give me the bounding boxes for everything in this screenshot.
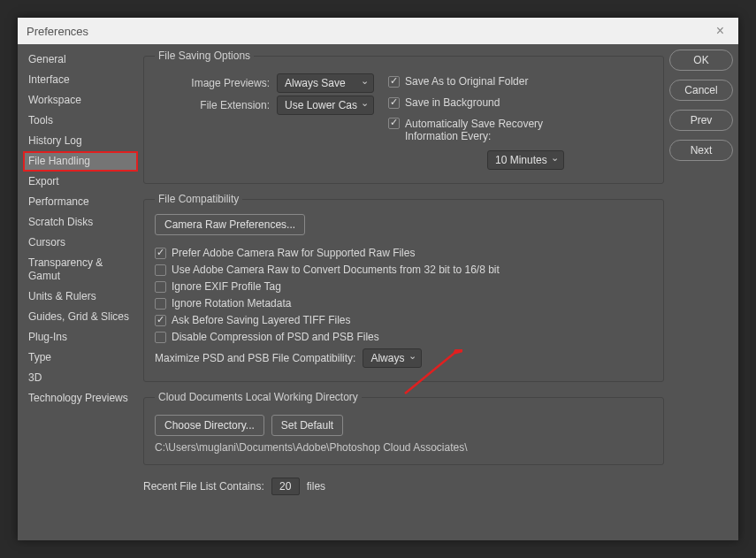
sidebar-item-general[interactable]: General bbox=[23, 50, 138, 70]
dialog-title: Preferences bbox=[27, 25, 88, 38]
recover-interval-select[interactable]: 10 Minutes bbox=[487, 150, 564, 170]
sidebar-item-type[interactable]: Type bbox=[23, 348, 138, 368]
save-bg-label: Save in Background bbox=[405, 96, 500, 109]
sidebar-item-history-log[interactable]: History Log bbox=[23, 131, 138, 151]
auto-recover-checkbox[interactable] bbox=[388, 118, 400, 129]
choose-directory-button[interactable]: Choose Directory... bbox=[155, 415, 264, 436]
dialog-body: GeneralInterfaceWorkspaceToolsHistory Lo… bbox=[18, 44, 738, 540]
cancel-button[interactable]: Cancel bbox=[669, 80, 733, 101]
next-button[interactable]: Next bbox=[669, 140, 733, 161]
auto-recover-label: Automatically Save Recovery Information … bbox=[405, 118, 564, 142]
recent-unit: files bbox=[307, 480, 325, 493]
ignore-rotation-label: Ignore Rotation Metadata bbox=[172, 297, 291, 310]
max-compat-label: Maximize PSD and PSB File Compatibility: bbox=[155, 352, 355, 364]
sidebar-item-workspace[interactable]: Workspace bbox=[23, 90, 138, 111]
use-acr-convert-label: Use Adobe Camera Raw to Convert Document… bbox=[172, 264, 500, 276]
sidebar-item-export[interactable]: Export bbox=[23, 172, 138, 192]
set-default-button[interactable]: Set Default bbox=[271, 415, 343, 436]
sidebar-item-interface[interactable]: Interface bbox=[23, 70, 138, 90]
disable-compression-checkbox[interactable] bbox=[155, 332, 166, 343]
file-saving-legend: File Saving Options bbox=[155, 50, 254, 62]
sidebar-item-cursors[interactable]: Cursors bbox=[23, 233, 138, 253]
recent-count-input[interactable] bbox=[271, 478, 300, 495]
file-saving-group: File Saving Options Image Previews: Alwa… bbox=[143, 50, 664, 184]
preferences-dialog: Preferences × GeneralInterfaceWorkspaceT… bbox=[18, 18, 738, 540]
prev-button[interactable]: Prev bbox=[669, 110, 733, 131]
button-column: OK Cancel Prev Next bbox=[669, 50, 733, 535]
cloud-path: C:\Users\muglani\Documents\Adobe\Photosh… bbox=[155, 441, 653, 454]
sidebar-item-plug-ins[interactable]: Plug-Ins bbox=[23, 327, 138, 348]
camera-raw-prefs-button[interactable]: Camera Raw Preferences... bbox=[155, 214, 305, 235]
sidebar-item-3d[interactable]: 3D bbox=[23, 368, 138, 388]
image-previews-select[interactable]: Always Save bbox=[277, 73, 374, 93]
main-panel: File Saving Options Image Previews: Alwa… bbox=[143, 50, 664, 535]
sidebar-item-scratch-disks[interactable]: Scratch Disks bbox=[23, 212, 138, 233]
file-compat-group: File Compatibility Camera Raw Preference… bbox=[143, 193, 664, 382]
ignore-exif-checkbox[interactable] bbox=[155, 281, 166, 293]
ignore-exif-label: Ignore EXIF Profile Tag bbox=[172, 280, 281, 293]
file-extension-label: File Extension: bbox=[155, 99, 270, 111]
prefer-acr-checkbox[interactable] bbox=[155, 248, 166, 259]
file-compat-legend: File Compatibility bbox=[155, 193, 242, 205]
close-icon[interactable]: × bbox=[711, 23, 729, 39]
sidebar-item-tools[interactable]: Tools bbox=[23, 111, 138, 131]
sidebar-item-performance[interactable]: Performance bbox=[23, 192, 138, 212]
cloud-group: Cloud Documents Local Working Directory … bbox=[143, 391, 664, 465]
save-original-label: Save As to Original Folder bbox=[405, 75, 528, 88]
sidebar-item-technology-previews[interactable]: Technology Previews bbox=[23, 388, 138, 409]
sidebar: GeneralInterfaceWorkspaceToolsHistory Lo… bbox=[23, 50, 138, 535]
sidebar-item-units-rulers[interactable]: Units & Rulers bbox=[23, 287, 138, 307]
recent-label: Recent File List Contains: bbox=[143, 480, 264, 493]
ok-button[interactable]: OK bbox=[669, 50, 733, 71]
sidebar-item-transparency-gamut[interactable]: Transparency & Gamut bbox=[23, 253, 138, 287]
use-acr-convert-checkbox[interactable] bbox=[155, 264, 166, 276]
sidebar-item-guides-grid-slices[interactable]: Guides, Grid & Slices bbox=[23, 307, 138, 327]
ignore-rotation-checkbox[interactable] bbox=[155, 298, 166, 310]
sidebar-item-file-handling[interactable]: File Handling bbox=[23, 151, 138, 172]
ask-tiff-checkbox[interactable] bbox=[155, 315, 166, 326]
cloud-legend: Cloud Documents Local Working Directory bbox=[155, 391, 362, 403]
file-extension-select[interactable]: Use Lower Case bbox=[277, 96, 374, 115]
ask-tiff-label: Ask Before Saving Layered TIFF Files bbox=[172, 314, 351, 326]
max-compat-select[interactable]: Always bbox=[363, 348, 422, 368]
prefer-acr-label: Prefer Adobe Camera Raw for Supported Ra… bbox=[172, 247, 415, 259]
recent-files-row: Recent File List Contains: files bbox=[143, 478, 664, 495]
save-bg-checkbox[interactable] bbox=[388, 97, 400, 109]
titlebar: Preferences × bbox=[18, 18, 738, 44]
image-previews-label: Image Previews: bbox=[155, 77, 270, 89]
disable-compression-label: Disable Compression of PSD and PSB Files bbox=[172, 331, 379, 343]
save-original-checkbox[interactable] bbox=[388, 76, 400, 88]
